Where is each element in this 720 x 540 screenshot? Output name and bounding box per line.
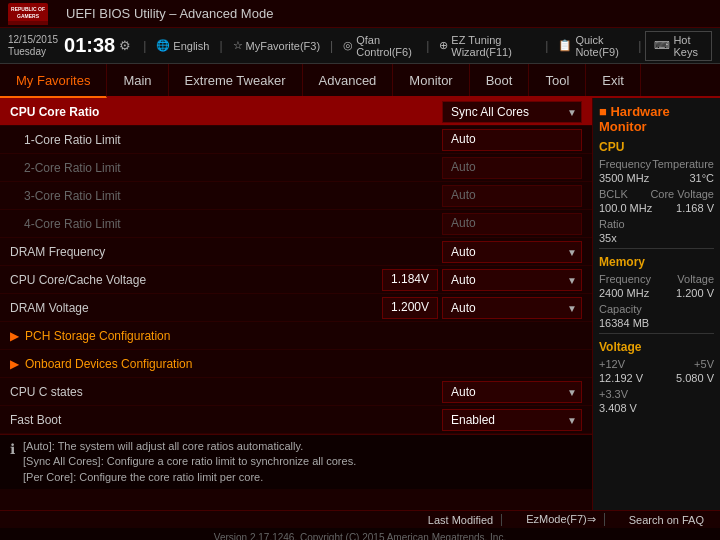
cpu-c-states-dropdown-wrap[interactable]: Auto bbox=[442, 381, 582, 403]
four-core-ratio-value-wrap: Auto bbox=[442, 213, 582, 235]
core-volt-value: 1.168 V bbox=[676, 202, 714, 214]
dram-freq-dropdown-wrap[interactable]: Auto bbox=[442, 241, 582, 263]
pch-storage-header[interactable]: ▶ PCH Storage Configuration bbox=[0, 322, 592, 350]
cpu-freq-value: 3500 MHz bbox=[599, 172, 649, 184]
dram-volt-dropdown[interactable]: Auto bbox=[442, 297, 582, 319]
right-panel: ■ Hardware Monitor CPU Frequency Tempera… bbox=[592, 98, 720, 510]
cpu-cache-volt-dropdown[interactable]: Auto bbox=[442, 269, 582, 291]
mem-freq-value: 2400 MHz bbox=[599, 287, 649, 299]
core-volt-label: Core Voltage bbox=[650, 188, 714, 200]
arrow-icon: ▶ bbox=[10, 329, 19, 343]
info-icon: ℹ bbox=[10, 440, 15, 485]
bclk-value: 100.0 MHz bbox=[599, 202, 652, 214]
hw-monitor-icon: ■ bbox=[599, 104, 610, 119]
nav-tool[interactable]: Tool bbox=[529, 64, 586, 96]
cpu-core-ratio-dropdown[interactable]: Sync All Cores bbox=[442, 101, 582, 123]
dram-volt-dropdown-wrap[interactable]: Auto bbox=[442, 297, 582, 319]
fast-boot-dropdown[interactable]: Enabled bbox=[442, 409, 582, 431]
info-line2: [Sync All Cores]: Configure a core ratio… bbox=[23, 454, 356, 469]
four-core-ratio-label: 4-Core Ratio Limit bbox=[24, 217, 442, 231]
mem-cap-label: Capacity bbox=[599, 303, 642, 315]
fast-boot-dropdown-wrap[interactable]: Enabled bbox=[442, 409, 582, 431]
last-modified-btn[interactable]: Last Modified bbox=[420, 514, 502, 526]
bclk-row: BCLK Core Voltage bbox=[599, 188, 714, 200]
one-core-ratio-row[interactable]: 1-Core Ratio Limit Auto bbox=[0, 126, 592, 154]
dram-freq-row[interactable]: DRAM Frequency Auto bbox=[0, 238, 592, 266]
ez-mode-btn[interactable]: EzMode(F7)⇒ bbox=[518, 513, 605, 526]
svg-text:REPUBLIC OF: REPUBLIC OF bbox=[11, 6, 45, 12]
v12-label: +12V bbox=[599, 358, 625, 370]
two-core-ratio-label: 2-Core Ratio Limit bbox=[24, 161, 442, 175]
cpu-c-states-row[interactable]: CPU C states Auto bbox=[0, 378, 592, 406]
cpu-cache-volt-wrap: 1.184V Auto bbox=[382, 269, 582, 291]
cpu-c-states-dropdown[interactable]: Auto bbox=[442, 381, 582, 403]
nav-advanced[interactable]: Advanced bbox=[303, 64, 394, 96]
language-selector[interactable]: 🌐 English bbox=[150, 37, 215, 54]
cpu-core-ratio-row[interactable]: CPU Core Ratio Sync All Cores bbox=[0, 98, 592, 126]
three-core-ratio-row: 3-Core Ratio Limit Auto bbox=[0, 182, 592, 210]
info-line1: [Auto]: The system will adjust all core … bbox=[23, 439, 356, 454]
three-core-ratio-value: Auto bbox=[442, 185, 582, 207]
dram-volt-row[interactable]: DRAM Voltage 1.200V Auto bbox=[0, 294, 592, 322]
v12-val-row: 12.192 V 5.080 V bbox=[599, 372, 714, 384]
mem-freq-label: Frequency bbox=[599, 273, 651, 285]
qfan-btn[interactable]: ◎ Qfan Control(F6) bbox=[337, 32, 422, 60]
cpu-c-states-label: CPU C states bbox=[10, 385, 442, 399]
two-core-ratio-row: 2-Core Ratio Limit Auto bbox=[0, 154, 592, 182]
hot-keys-btn[interactable]: ⌨ Hot Keys bbox=[645, 31, 712, 61]
cpu-temp-value: 31°C bbox=[689, 172, 714, 184]
three-core-ratio-value-wrap: Auto bbox=[442, 185, 582, 207]
quick-note-btn[interactable]: 📋 Quick Note(F9) bbox=[552, 32, 634, 60]
nav-my-favorites[interactable]: My Favorites bbox=[0, 64, 107, 98]
ratio-val-row: 35x bbox=[599, 232, 714, 244]
dram-volt-wrap: 1.200V Auto bbox=[382, 297, 582, 319]
mem-volt-label: Voltage bbox=[677, 273, 714, 285]
bclk-label: BCLK bbox=[599, 188, 628, 200]
hot-keys-label: Hot Keys bbox=[673, 34, 703, 58]
dram-volt-num: 1.200V bbox=[382, 297, 438, 319]
onboard-devices-header[interactable]: ▶ Onboard Devices Configuration bbox=[0, 350, 592, 378]
footer-top: Last Modified EzMode(F7)⇒ Search on FAQ bbox=[0, 510, 720, 528]
svg-rect-3 bbox=[8, 21, 48, 25]
v33-row: +3.3V bbox=[599, 388, 714, 400]
ratio-label: Ratio bbox=[599, 218, 625, 230]
nav-exit[interactable]: Exit bbox=[586, 64, 641, 96]
v12-row: +12V +5V bbox=[599, 358, 714, 370]
ez-tuning-btn[interactable]: ⊕ EZ Tuning Wizard(F11) bbox=[433, 32, 541, 60]
v5-label: +5V bbox=[694, 358, 714, 370]
arrow-icon-2: ▶ bbox=[10, 357, 19, 371]
info-box: ℹ [Auto]: The system will adjust all cor… bbox=[0, 434, 592, 489]
cpu-temp-label: Temperature bbox=[652, 158, 714, 170]
mem-cap-val-row: 16384 MB bbox=[599, 317, 714, 329]
fast-boot-value-wrap: Enabled bbox=[442, 409, 582, 431]
nav-boot[interactable]: Boot bbox=[470, 64, 530, 96]
keyboard-icon: ⌨ bbox=[654, 39, 670, 52]
search-faq-btn[interactable]: Search on FAQ bbox=[621, 514, 712, 526]
cpu-cache-volt-label: CPU Core/Cache Voltage bbox=[10, 273, 382, 287]
dram-freq-label: DRAM Frequency bbox=[10, 245, 442, 259]
nav-extreme-tweaker[interactable]: Extreme Tweaker bbox=[169, 64, 303, 96]
cpu-cache-volt-dropdown-wrap[interactable]: Auto bbox=[442, 269, 582, 291]
cpu-cache-volt-row[interactable]: CPU Core/Cache Voltage 1.184V Auto bbox=[0, 266, 592, 294]
mem-freq-val-row: 2400 MHz 1.200 V bbox=[599, 287, 714, 299]
hw-divider-2 bbox=[599, 333, 714, 334]
fast-boot-label: Fast Boot bbox=[10, 413, 442, 427]
cpu-core-ratio-value-wrap: Sync All Cores bbox=[442, 101, 582, 123]
nav-main[interactable]: Main bbox=[107, 64, 168, 96]
bios-title: UEFI BIOS Utility – Advanced Mode bbox=[66, 6, 273, 21]
quick-note-label: Quick Note(F9) bbox=[575, 34, 628, 58]
rog-logo-icon: REPUBLIC OF GAMERS bbox=[8, 3, 48, 25]
fast-boot-row[interactable]: Fast Boot Enabled bbox=[0, 406, 592, 434]
language-label: English bbox=[173, 40, 209, 52]
dram-volt-label: DRAM Voltage bbox=[10, 301, 382, 315]
v33-label: +3.3V bbox=[599, 388, 628, 400]
dram-freq-dropdown[interactable]: Auto bbox=[442, 241, 582, 263]
my-favorite-btn[interactable]: ☆ MyFavorite(F3) bbox=[227, 37, 327, 54]
cpu-core-ratio-dropdown-wrap[interactable]: Sync All Cores bbox=[442, 101, 582, 123]
nav-monitor[interactable]: Monitor bbox=[393, 64, 469, 96]
cpu-cache-volt-num: 1.184V bbox=[382, 269, 438, 291]
info-line3: [Per Core]: Configure the core ratio lim… bbox=[23, 470, 356, 485]
two-core-ratio-value: Auto bbox=[442, 157, 582, 179]
mem-freq-row: Frequency Voltage bbox=[599, 273, 714, 285]
ratio-row: Ratio bbox=[599, 218, 714, 230]
